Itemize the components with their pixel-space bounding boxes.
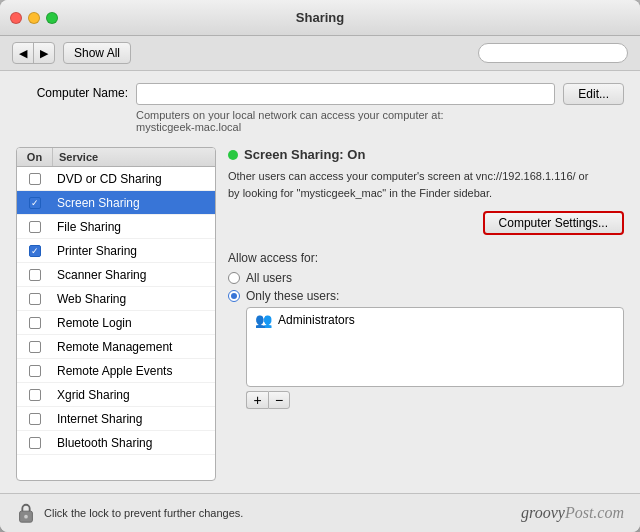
radio-all-users[interactable]: All users xyxy=(228,271,624,285)
groovy-watermark: groovyPost.com xyxy=(521,504,624,522)
checkbox-icon-printer: ✓ xyxy=(29,245,41,257)
computer-name-input[interactable]: mysticgeek_mac xyxy=(136,83,555,105)
service-name-internet: Internet Sharing xyxy=(53,412,142,426)
service-row-bluetooth[interactable]: Bluetooth Sharing xyxy=(17,431,215,455)
remove-user-button[interactable]: − xyxy=(268,391,290,409)
col-on-header: On xyxy=(17,148,53,166)
service-row-remote-mgmt[interactable]: Remote Management xyxy=(17,335,215,359)
back-button[interactable]: ◀ xyxy=(13,43,34,63)
checkbox-web[interactable] xyxy=(17,293,53,305)
service-name-printer: Printer Sharing xyxy=(53,244,137,258)
service-row-screen[interactable]: ✓Screen Sharing xyxy=(17,191,215,215)
zoom-button[interactable] xyxy=(46,12,58,24)
radio-only-users[interactable]: Only these users: xyxy=(228,289,624,303)
service-row-scanner[interactable]: Scanner Sharing xyxy=(17,263,215,287)
checkbox-icon-file xyxy=(29,221,41,233)
checkbox-screen[interactable]: ✓ xyxy=(17,197,53,209)
radio-only-label: Only these users: xyxy=(246,289,339,303)
minimize-button[interactable] xyxy=(28,12,40,24)
radio-all-label: All users xyxy=(246,271,292,285)
service-row-file[interactable]: File Sharing xyxy=(17,215,215,239)
right-panel: Screen Sharing: On Other users can acces… xyxy=(228,147,624,481)
titlebar: Sharing xyxy=(0,0,640,36)
checkbox-icon-xgrid xyxy=(29,389,41,401)
service-name-bluetooth: Bluetooth Sharing xyxy=(53,436,152,450)
window: Sharing ◀ ▶ Show All Computer Name: myst… xyxy=(0,0,640,532)
service-name-remote-apple: Remote Apple Events xyxy=(53,364,172,378)
checkbox-printer[interactable]: ✓ xyxy=(17,245,53,257)
main-panel: On Service DVD or CD Sharing✓Screen Shar… xyxy=(16,147,624,481)
computer-settings-button[interactable]: Computer Settings... xyxy=(483,211,624,235)
checkbox-icon-scanner xyxy=(29,269,41,281)
computer-name-area: Computer Name: mysticgeek_mac Edit... Co… xyxy=(16,83,624,137)
col-service-header: Service xyxy=(53,148,104,166)
status-title: Screen Sharing: On xyxy=(244,147,365,162)
radio-all-icon[interactable] xyxy=(228,272,240,284)
service-name-scanner: Scanner Sharing xyxy=(53,268,146,282)
add-user-button[interactable]: + xyxy=(246,391,268,409)
toolbar: ◀ ▶ Show All xyxy=(0,36,640,71)
checkbox-icon-dvd xyxy=(29,173,41,185)
computer-name-hint: Computers on your local network can acce… xyxy=(136,109,624,133)
checkbox-file[interactable] xyxy=(17,221,53,233)
service-row-internet[interactable]: Internet Sharing xyxy=(17,407,215,431)
service-row-dvd[interactable]: DVD or CD Sharing xyxy=(17,167,215,191)
service-row-xgrid[interactable]: Xgrid Sharing xyxy=(17,383,215,407)
user-name: Administrators xyxy=(278,313,355,327)
service-name-file: File Sharing xyxy=(53,220,121,234)
services-header: On Service xyxy=(17,148,215,167)
traffic-lights xyxy=(10,12,58,24)
list-controls: + − xyxy=(246,391,624,409)
checkbox-icon-remote-mgmt xyxy=(29,341,41,353)
checkbox-scanner[interactable] xyxy=(17,269,53,281)
service-name-xgrid: Xgrid Sharing xyxy=(53,388,130,402)
checkbox-internet[interactable] xyxy=(17,413,53,425)
access-label: Allow access for: xyxy=(228,251,624,265)
service-name-remote-mgmt: Remote Management xyxy=(53,340,172,354)
service-row-remote-login[interactable]: Remote Login xyxy=(17,311,215,335)
service-name-remote-login: Remote Login xyxy=(53,316,132,330)
checkbox-icon-remote-apple xyxy=(29,365,41,377)
radio-only-icon[interactable] xyxy=(228,290,240,302)
checkbox-remote-login[interactable] xyxy=(17,317,53,329)
checkbox-icon-remote-login xyxy=(29,317,41,329)
users-icon: 👥 xyxy=(255,312,272,328)
content: Computer Name: mysticgeek_mac Edit... Co… xyxy=(0,71,640,493)
users-list: 👥 Administrators xyxy=(246,307,624,387)
status-desc: Other users can access your computer's s… xyxy=(228,168,624,201)
computer-name-label: Computer Name: xyxy=(16,83,136,100)
checkbox-xgrid[interactable] xyxy=(17,389,53,401)
services-list: On Service DVD or CD Sharing✓Screen Shar… xyxy=(16,147,216,481)
access-section: Allow access for: All users Only these u… xyxy=(228,251,624,409)
status-dot xyxy=(228,150,238,160)
checkbox-remote-apple[interactable] xyxy=(17,365,53,377)
search-input[interactable] xyxy=(487,47,619,59)
status-row: Screen Sharing: On xyxy=(228,147,624,162)
list-item: 👥 Administrators xyxy=(247,308,623,332)
checkbox-icon-web xyxy=(29,293,41,305)
close-button[interactable] xyxy=(10,12,22,24)
lock-icon[interactable] xyxy=(16,502,36,524)
service-row-web[interactable]: Web Sharing xyxy=(17,287,215,311)
window-title: Sharing xyxy=(296,10,344,25)
service-row-printer[interactable]: ✓Printer Sharing xyxy=(17,239,215,263)
service-name-dvd: DVD or CD Sharing xyxy=(53,172,162,186)
forward-button[interactable]: ▶ xyxy=(34,43,54,63)
svg-point-1 xyxy=(24,515,28,519)
search-box[interactable] xyxy=(478,43,628,63)
service-name-web: Web Sharing xyxy=(53,292,126,306)
checkbox-icon-bluetooth xyxy=(29,437,41,449)
service-name-screen: Screen Sharing xyxy=(53,196,140,210)
services-body: DVD or CD Sharing✓Screen SharingFile Sha… xyxy=(17,167,215,480)
service-row-remote-apple[interactable]: Remote Apple Events xyxy=(17,359,215,383)
edit-button[interactable]: Edit... xyxy=(563,83,624,105)
nav-arrows: ◀ ▶ xyxy=(12,42,55,64)
checkbox-bluetooth[interactable] xyxy=(17,437,53,449)
checkbox-icon-internet xyxy=(29,413,41,425)
cn-right-col: mysticgeek_mac Edit... Computers on your… xyxy=(136,83,624,137)
checkbox-remote-mgmt[interactable] xyxy=(17,341,53,353)
lock-text: Click the lock to prevent further change… xyxy=(44,507,243,519)
checkbox-dvd[interactable] xyxy=(17,173,53,185)
show-all-button[interactable]: Show All xyxy=(63,42,131,64)
checkbox-icon-screen: ✓ xyxy=(29,197,41,209)
